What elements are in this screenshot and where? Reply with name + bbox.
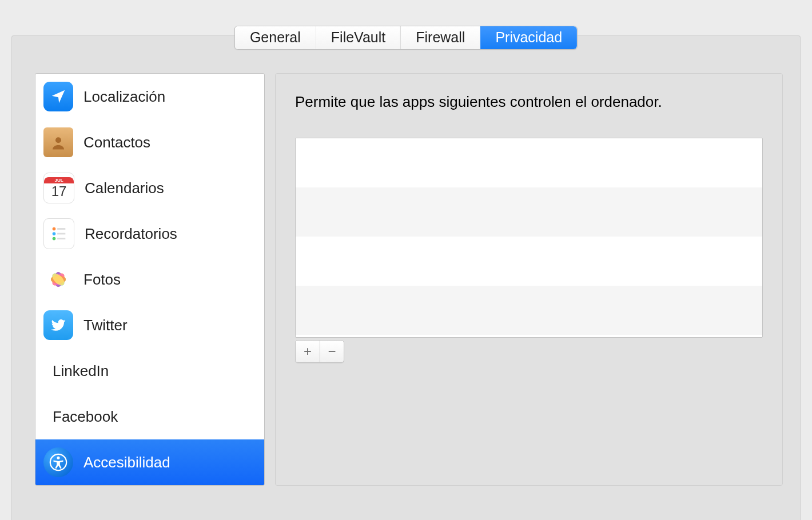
sidebar-item-calendarios[interactable]: JUL 17 Calendarios	[35, 165, 264, 211]
svg-point-0	[55, 137, 61, 143]
tab-firewall[interactable]: Firewall	[401, 26, 480, 49]
sidebar-item-accesibilidad[interactable]: Accesibilidad	[35, 439, 264, 485]
sidebar-item-localizacion[interactable]: Localización	[35, 74, 264, 119]
sidebar-item-contactos[interactable]: Contactos	[35, 119, 264, 165]
sidebar-item-label: Calendarios	[85, 179, 164, 197]
svg-point-5	[53, 237, 56, 241]
reminders-icon	[43, 218, 74, 249]
sidebar-item-label: Fotos	[83, 271, 121, 289]
calendar-icon: JUL 17	[43, 173, 74, 203]
privacy-category-list: Localización Contactos JUL 17 Calendario…	[35, 73, 265, 486]
tab-general[interactable]: General	[235, 26, 316, 49]
svg-point-3	[53, 232, 56, 235]
photos-icon	[43, 265, 73, 294]
remove-button[interactable]: −	[320, 341, 344, 362]
calendar-day: 17	[51, 183, 67, 199]
sidebar-item-label: Localización	[83, 88, 165, 106]
svg-point-1	[53, 227, 56, 231]
sidebar-item-twitter[interactable]: Twitter	[35, 302, 264, 348]
sidebar-item-linkedin[interactable]: LinkedIn	[35, 348, 264, 394]
sidebar-item-fotos[interactable]: Fotos	[35, 257, 264, 302]
tab-privacidad[interactable]: Privacidad	[480, 26, 577, 49]
sidebar-item-label: Recordatorios	[85, 225, 177, 243]
sidebar-item-label: Facebook	[53, 408, 118, 426]
list-row[interactable]	[296, 237, 762, 286]
location-icon	[43, 82, 73, 111]
tab-bar: General FileVault Firewall Privacidad	[234, 26, 578, 50]
sidebar-item-recordatorios[interactable]: Recordatorios	[35, 211, 264, 257]
sidebar-item-label: Accesibilidad	[83, 454, 170, 471]
preferences-pane: Localización Contactos JUL 17 Calendario…	[11, 35, 801, 520]
list-row[interactable]	[296, 286, 762, 335]
sidebar-item-label: LinkedIn	[53, 362, 109, 380]
contacts-icon	[43, 127, 73, 157]
sidebar-item-facebook[interactable]: Facebook	[35, 394, 264, 439]
add-remove-buttons: + −	[295, 340, 344, 363]
svg-rect-2	[57, 228, 65, 230]
add-button[interactable]: +	[296, 341, 320, 362]
calendar-month: JUL	[44, 177, 74, 183]
sidebar-item-label: Twitter	[83, 317, 128, 334]
twitter-icon	[43, 310, 73, 340]
list-row[interactable]	[296, 138, 762, 187]
svg-rect-4	[57, 233, 65, 235]
detail-message: Permite que las apps siguientes controle…	[276, 74, 782, 111]
svg-point-16	[57, 457, 59, 459]
svg-rect-6	[57, 238, 65, 239]
list-row[interactable]	[296, 187, 762, 237]
detail-panel: Permite que las apps siguientes controle…	[275, 73, 783, 486]
tab-filevault[interactable]: FileVault	[316, 26, 401, 49]
sidebar-item-label: Contactos	[83, 134, 150, 151]
accessibility-icon	[43, 447, 73, 477]
allowed-apps-list[interactable]	[295, 138, 763, 338]
